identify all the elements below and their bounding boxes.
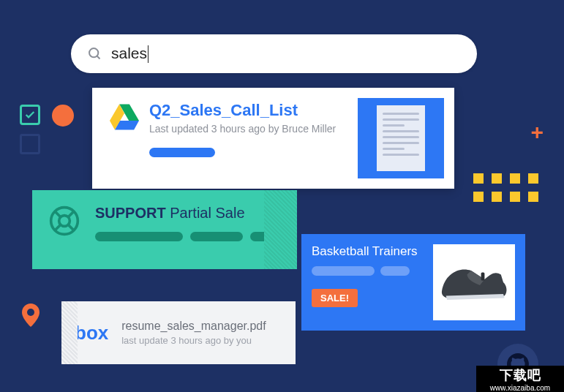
text-cursor bbox=[148, 45, 148, 63]
result-card-drive[interactable]: Q2_Sales_Call_List Last updated 3 hours … bbox=[92, 88, 454, 189]
dot-decor bbox=[52, 105, 74, 127]
watermark: 下载吧 www.xiazaiba.com bbox=[476, 366, 564, 392]
texture-decor bbox=[61, 301, 78, 364]
meta-pills bbox=[312, 266, 423, 276]
sale-badge: SALE! bbox=[312, 289, 358, 307]
svg-point-2 bbox=[27, 309, 34, 316]
result-title: Q2_Sales_Call_List bbox=[149, 101, 358, 120]
map-pin-icon bbox=[22, 304, 40, 330]
svg-line-1 bbox=[97, 56, 100, 59]
svg-line-5 bbox=[55, 211, 61, 217]
svg-point-0 bbox=[89, 48, 98, 57]
action-pill[interactable] bbox=[149, 148, 215, 157]
result-title: resume_sales_manager.pdf bbox=[121, 320, 266, 333]
square-decor bbox=[20, 134, 40, 154]
result-card-box[interactable]: box resume_sales_manager.pdf last update… bbox=[61, 301, 296, 364]
search-query-text: sales bbox=[111, 45, 147, 61]
product-thumbnail bbox=[433, 244, 515, 320]
google-drive-icon bbox=[110, 104, 139, 130]
texture-decor bbox=[264, 190, 297, 269]
document-thumbnail bbox=[358, 98, 444, 178]
svg-line-8 bbox=[55, 225, 61, 230]
result-title: Basketball Trainers bbox=[312, 244, 423, 259]
meta-pills bbox=[95, 232, 272, 241]
svg-line-7 bbox=[68, 211, 74, 217]
dot-grid-decor bbox=[473, 173, 538, 202]
search-input[interactable]: sales bbox=[111, 45, 148, 63]
search-bar[interactable]: sales bbox=[71, 34, 477, 73]
result-title: SUPPORT Partial Sale bbox=[95, 205, 272, 222]
search-icon bbox=[87, 46, 102, 61]
result-subtitle: Last updated 3 hours ago by Bruce Miller bbox=[149, 123, 358, 135]
svg-rect-9 bbox=[481, 272, 485, 280]
lifebuoy-icon bbox=[48, 205, 80, 237]
sneaker-icon bbox=[439, 260, 509, 304]
result-subtitle: last update 3 hours ago by you bbox=[121, 335, 266, 346]
svg-line-6 bbox=[68, 225, 74, 230]
result-card-product[interactable]: Basketball Trainers SALE! bbox=[301, 234, 525, 331]
plus-icon: + bbox=[530, 120, 544, 145]
box-logo: box bbox=[75, 322, 108, 344]
svg-point-4 bbox=[59, 216, 70, 227]
result-card-support[interactable]: SUPPORT Partial Sale bbox=[32, 190, 297, 269]
checkbox-decor bbox=[20, 105, 40, 125]
